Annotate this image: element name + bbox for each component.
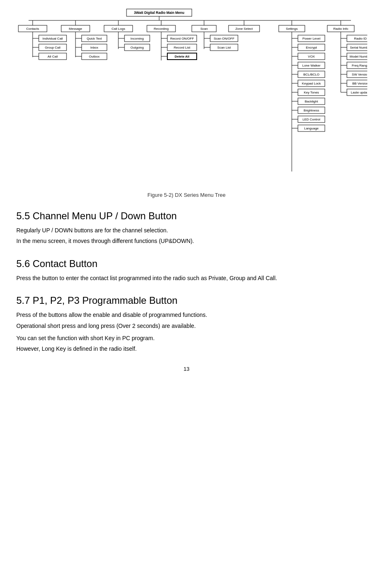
svg-text:All Call: All Call: [48, 55, 58, 58]
section-5-7-para-3: You can set the function with short Key …: [16, 334, 357, 343]
svg-text:Brightness: Brightness: [304, 109, 319, 112]
svg-text:Zone Select: Zone Select: [235, 27, 253, 31]
svg-text:Encrypt: Encrypt: [306, 46, 317, 49]
svg-text:Serial Number: Serial Number: [350, 46, 367, 49]
section-5-6-title: 5.6 Contact Button: [16, 258, 357, 270]
section-5-7-title: 5.7 P1, P2, P3 Programmable Button: [16, 295, 357, 306]
svg-text:Contacts: Contacts: [26, 27, 39, 31]
svg-text:LED Control: LED Control: [302, 118, 320, 121]
svg-text:Outgoing: Outgoing: [131, 46, 144, 49]
section-5-7-body: Press of the buttons allow the enable an…: [16, 310, 357, 354]
section-5-7-para-2: Operational short press and long press (…: [16, 321, 357, 330]
section-5-7-para-1: Press of the buttons allow the enable an…: [16, 310, 357, 319]
section-5-5-body: Regularly UP / DOWN buttons are for the …: [16, 226, 357, 246]
svg-text:Lone Walker: Lone Walker: [302, 64, 321, 67]
menu-tree-svg: 3Watt Digital Radio Main Menu Contacts M…: [16, 8, 367, 188]
svg-text:Keypad Lock: Keypad Lock: [302, 82, 321, 85]
svg-text:Quick Text: Quick Text: [87, 37, 102, 40]
svg-text:Recording: Recording: [154, 27, 169, 31]
svg-text:3Watt Digital Radio Main Menu: 3Watt Digital Radio Main Menu: [134, 11, 184, 15]
figure-caption: Figure 5-2) DX Series Menu Tree: [147, 192, 225, 198]
section-5-7-para-4: However, Long Key is defined in the radi…: [16, 344, 357, 353]
section-5-6-body: Press the button to enter the contact li…: [16, 274, 357, 283]
svg-text:Outbox: Outbox: [89, 55, 100, 58]
svg-text:Scan ON/OFF: Scan ON/OFF: [214, 37, 235, 40]
svg-text:Scan: Scan: [200, 27, 208, 31]
svg-text:Call Logs: Call Logs: [111, 27, 125, 31]
section-5-6-para-1: Press the button to enter the contact li…: [16, 274, 357, 283]
svg-text:Radio Info: Radio Info: [333, 27, 349, 31]
svg-text:SW Version: SW Version: [352, 73, 367, 76]
page-number: 13: [16, 366, 357, 372]
menu-tree-section: 3Watt Digital Radio Main Menu Contacts M…: [16, 8, 357, 198]
section-5-5-para-2: In the menu screen, it moves through dif…: [16, 236, 357, 245]
svg-text:Group Call: Group Call: [45, 46, 60, 49]
svg-text:Scan List: Scan List: [218, 46, 231, 49]
section-5-6: 5.6 Contact Button Press the button to e…: [16, 258, 357, 283]
svg-text:BB Version: BB Version: [352, 82, 367, 85]
svg-text:Settings: Settings: [286, 27, 298, 31]
svg-text:Language: Language: [304, 127, 319, 130]
section-5-5-title: 5.5 Channel Menu UP / Down Button: [16, 210, 357, 222]
svg-text:Radio ID: Radio ID: [354, 37, 366, 40]
svg-text:Record List: Record List: [174, 46, 191, 49]
svg-text:Record ON/OFF: Record ON/OFF: [170, 37, 194, 40]
section-5-5-para-1: Regularly UP / DOWN buttons are for the …: [16, 226, 357, 235]
svg-text:Freq Range: Freq Range: [352, 64, 367, 67]
section-5-7: 5.7 P1, P2, P3 Programmable Button Press…: [16, 295, 357, 354]
svg-text:Delete All: Delete All: [175, 55, 189, 58]
svg-text:Message: Message: [69, 27, 82, 31]
svg-text:Inbox: Inbox: [90, 46, 98, 49]
svg-text:Incoming: Incoming: [131, 37, 144, 40]
svg-text:VOX: VOX: [308, 55, 315, 58]
svg-text:Backlight: Backlight: [305, 100, 318, 103]
svg-text:Laste update: Laste update: [351, 91, 367, 94]
svg-text:Power Level: Power Level: [302, 37, 320, 40]
svg-text:Key Tones: Key Tones: [304, 91, 319, 94]
svg-text:Model Number: Model Number: [350, 55, 367, 58]
svg-text:Individual Call: Individual Call: [42, 37, 63, 40]
svg-text:BCL/BCLO: BCL/BCLO: [303, 73, 320, 76]
section-5-5: 5.5 Channel Menu UP / Down Button Regula…: [16, 210, 357, 246]
